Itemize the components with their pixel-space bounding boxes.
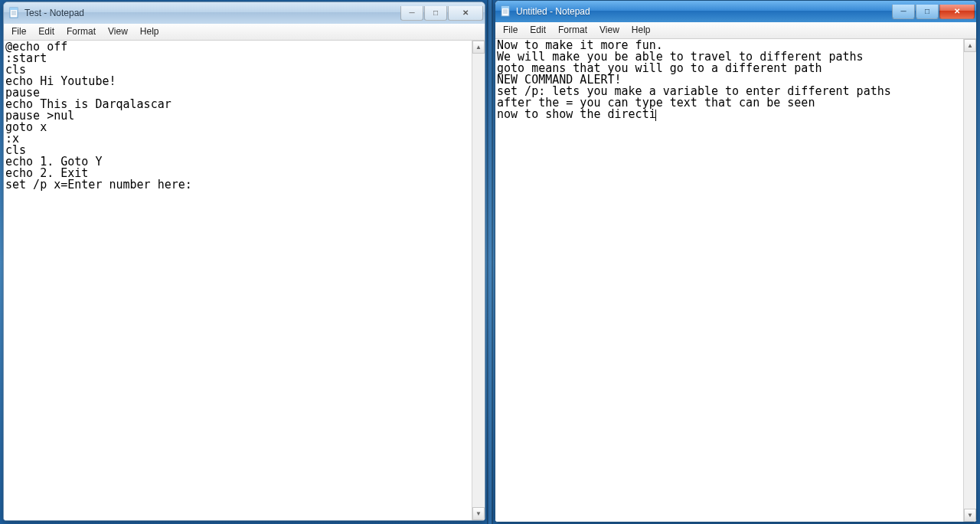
menu-help[interactable]: Help [626,22,657,38]
notepad-window-right: Untitled - Notepad ─ □ ✕ File Edit Forma… [495,0,977,522]
close-button[interactable]: ✕ [939,5,975,19]
scroll-down-button[interactable]: ▼ [964,509,976,522]
window-title-right: Untitled - Notepad [516,6,892,17]
menubar-right: File Edit Format View Help [495,22,976,39]
scroll-track[interactable] [472,54,485,507]
titlebar-left[interactable]: Test - Notepad ─ □ ✕ [4,2,485,24]
menu-format[interactable]: Format [60,24,102,40]
client-area-left: @echo off :start cls echo Hi Youtube! pa… [4,41,485,520]
menu-edit[interactable]: Edit [32,24,60,40]
minimize-button[interactable]: ─ [400,6,423,21]
menu-edit[interactable]: Edit [524,22,552,38]
scroll-up-button[interactable]: ▲ [964,39,976,52]
menu-view[interactable]: View [102,24,134,40]
scroll-up-button[interactable]: ▲ [472,41,485,54]
menu-view[interactable]: View [593,22,626,38]
close-button[interactable]: ✕ [448,6,483,21]
menu-format[interactable]: Format [552,22,593,38]
maximize-button[interactable]: □ [916,5,939,19]
maximize-button[interactable]: □ [424,6,447,21]
text-editor-left[interactable]: @echo off :start cls echo Hi Youtube! pa… [4,41,472,520]
client-area-right: Now to make it more fun. We will make yo… [495,39,976,522]
notepad-window-left: Test - Notepad ─ □ ✕ File Edit Format Vi… [3,2,485,521]
window-controls-left: ─ □ ✕ [400,6,483,21]
window-title-left: Test - Notepad [24,8,400,18]
scroll-track[interactable] [964,52,976,509]
menubar-left: File Edit Format View Help [4,24,485,41]
desktop-divider [487,0,493,524]
vertical-scrollbar-left[interactable]: ▲ ▼ [472,41,485,520]
menu-file[interactable]: File [497,22,524,38]
vertical-scrollbar-right[interactable]: ▲ ▼ [963,39,976,522]
menu-help[interactable]: Help [134,24,165,40]
window-controls-right: ─ □ ✕ [892,5,975,19]
svg-rect-1 [10,8,18,10]
svg-rect-6 [501,6,509,8]
text-editor-right[interactable]: Now to make it more fun. We will make yo… [495,39,963,522]
menu-file[interactable]: File [5,24,32,40]
minimize-button[interactable]: ─ [892,5,915,19]
scroll-down-button[interactable]: ▼ [472,507,485,520]
titlebar-right[interactable]: Untitled - Notepad ─ □ ✕ [495,1,976,22]
notepad-icon [500,5,512,18]
notepad-icon [8,7,21,19]
